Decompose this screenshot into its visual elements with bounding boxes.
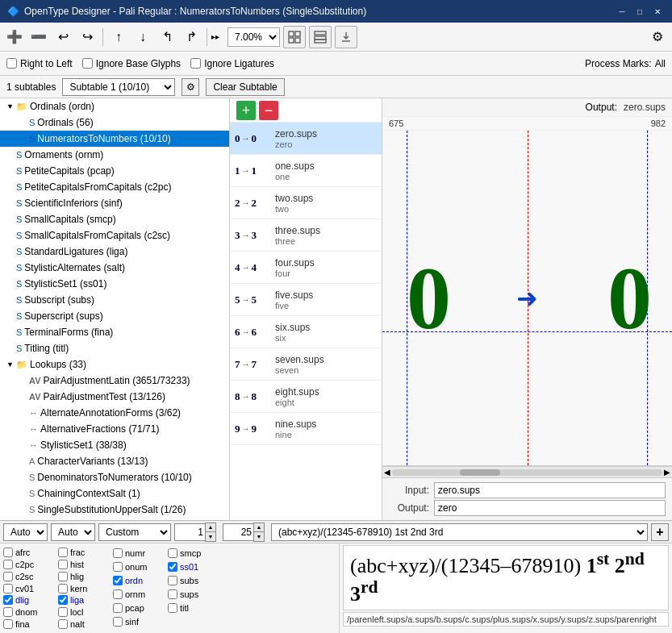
remove-button[interactable]: ➖ bbox=[27, 26, 50, 48]
glyph-row[interactable]: 1 → 1 one.sups one bbox=[230, 155, 382, 187]
scroll-thumb[interactable] bbox=[460, 469, 500, 476]
clear-subtable-button[interactable]: Clear Subtable bbox=[206, 78, 284, 96]
feature-checkbox-hlig[interactable] bbox=[58, 572, 68, 581]
right-to-left-checkbox[interactable]: Right to Left bbox=[6, 58, 73, 69]
feature-checkbox-pcap[interactable] bbox=[113, 603, 123, 613]
feature-checkbox-sups[interactable] bbox=[168, 589, 177, 599]
ignore-base-glyphs-checkbox[interactable]: Ignore Base Glyphs bbox=[82, 58, 181, 69]
feature-item-titl[interactable]: titl bbox=[168, 602, 216, 614]
spin-down-1[interactable]: ▼ bbox=[206, 532, 215, 541]
feature-item-cv01[interactable]: cv01 bbox=[3, 583, 52, 594]
glyph-row[interactable]: 7 → 7 seven.sups seven bbox=[230, 348, 382, 381]
ignore-base-glyphs-input[interactable] bbox=[82, 58, 93, 69]
feature-checkbox-kern[interactable] bbox=[58, 584, 68, 593]
feature-checkbox-numr[interactable] bbox=[113, 548, 123, 558]
tree-item[interactable]: SOrdinals (56) bbox=[0, 115, 229, 131]
feature-item-frac[interactable]: frac bbox=[58, 547, 106, 558]
feature-checkbox-titl[interactable] bbox=[168, 603, 177, 613]
tree-item[interactable]: SPetiteCapitalsFromCapitals (c2pc) bbox=[0, 179, 229, 195]
more-button[interactable]: ▸▸ bbox=[211, 32, 219, 41]
bottom-select-1[interactable]: Auto bbox=[3, 523, 48, 541]
tree-item[interactable]: ↔AlternativeFractions (71/71) bbox=[0, 421, 229, 437]
close-button[interactable]: ✕ bbox=[649, 3, 666, 19]
tree-item[interactable]: ▼📁Ordinals (ordn) bbox=[0, 98, 229, 115]
tree-item[interactable]: SDenominatorsToNumerators (10/10) bbox=[0, 469, 229, 485]
tree-item[interactable]: ↔StylisticSet1 (38/38) bbox=[0, 437, 229, 453]
bottom-select-3[interactable]: Custom bbox=[98, 523, 171, 541]
tree-item[interactable]: ↔AlternateAnnotationForms (3/62) bbox=[0, 405, 229, 421]
feature-checkbox-nalt[interactable] bbox=[58, 619, 68, 629]
feature-item-sinf[interactable]: sinf bbox=[113, 615, 161, 628]
tree-item[interactable]: STerminalForms (fina) bbox=[0, 324, 229, 340]
feature-item-hist[interactable]: hist bbox=[58, 559, 106, 570]
feature-item-smcp[interactable]: smcp bbox=[168, 547, 216, 560]
feature-checkbox-dlig[interactable] bbox=[3, 595, 13, 605]
preview-scrollbar[interactable]: ◀ ▶ bbox=[382, 466, 672, 477]
feature-item-onum[interactable]: onum bbox=[113, 560, 161, 573]
move-down-button[interactable]: ↓ bbox=[131, 26, 154, 48]
feature-item-nalt[interactable]: nalt bbox=[58, 618, 106, 630]
add-glyph-button[interactable]: + bbox=[236, 101, 256, 120]
zoom-select[interactable]: 7.00% bbox=[227, 27, 280, 47]
feature-checkbox-subs[interactable] bbox=[168, 576, 177, 585]
feature-item-ordn[interactable]: ordn bbox=[113, 574, 161, 587]
features-combo[interactable]: (abc+xyz)/(12345-678910) 1st 2nd 3rd bbox=[271, 523, 648, 541]
glyph-row[interactable]: 0 → 0 zero.sups zero bbox=[230, 123, 382, 155]
move-up-button[interactable]: ↑ bbox=[107, 26, 130, 48]
feature-item-liga[interactable]: liga bbox=[58, 594, 106, 606]
remove-glyph-button[interactable]: − bbox=[259, 101, 278, 120]
grid-button[interactable] bbox=[283, 26, 306, 48]
minimize-button[interactable]: ─ bbox=[614, 3, 630, 19]
feature-item-kern[interactable]: kern bbox=[58, 583, 106, 594]
feature-checkbox-afrc[interactable] bbox=[3, 548, 13, 557]
feature-checkbox-dnom[interactable] bbox=[3, 607, 13, 617]
sort2-button[interactable]: ↱ bbox=[180, 26, 202, 48]
num-input-1[interactable] bbox=[174, 523, 205, 541]
redo-button[interactable]: ↪ bbox=[76, 26, 98, 48]
feature-checkbox-c2sc[interactable] bbox=[3, 572, 13, 581]
glyph-row[interactable]: 2 → 2 two.sups two bbox=[230, 187, 382, 219]
tree-item[interactable]: SStylisticSet1 (ss01) bbox=[0, 276, 229, 292]
tree-item[interactable]: SSmallCapitalsFromCapitals (c2sc) bbox=[0, 227, 229, 244]
tree-item[interactable]: SNumbersToDenominators (42/44) bbox=[0, 518, 229, 520]
glyph-row[interactable]: 3 → 3 three.sups three bbox=[230, 219, 382, 252]
glyph-row[interactable]: 6 → 6 six.sups six bbox=[230, 316, 382, 348]
feature-checkbox-frac[interactable] bbox=[58, 548, 68, 557]
spin-down-2[interactable]: ▼ bbox=[254, 532, 264, 541]
feature-checkbox-ordn[interactable] bbox=[113, 576, 123, 585]
tree-item[interactable]: SStandardLigatures (liga) bbox=[0, 244, 229, 260]
feature-item-subs[interactable]: subs bbox=[168, 574, 216, 587]
feature-item-c2sc[interactable]: c2sc bbox=[3, 571, 52, 582]
right-to-left-input[interactable] bbox=[6, 58, 17, 69]
maximize-button[interactable]: □ bbox=[632, 3, 648, 19]
glyph-row[interactable]: 8 → 8 eight.sups eight bbox=[230, 381, 382, 413]
tree-item[interactable]: AVPairAdjustmentLatin (3651/73233) bbox=[0, 373, 229, 389]
tree-item[interactable]: STitling (titl) bbox=[0, 340, 229, 356]
undo-button[interactable]: ↩ bbox=[52, 26, 74, 48]
tree-item[interactable]: SNumeratorsToNumbers (10/10) bbox=[0, 131, 229, 147]
tree-item[interactable]: SScientificInferiors (sinf) bbox=[0, 195, 229, 211]
feature-item-sups[interactable]: sups bbox=[168, 588, 216, 601]
feature-item-hlig[interactable]: hlig bbox=[58, 571, 106, 582]
feature-item-locl[interactable]: locl bbox=[58, 606, 106, 618]
feature-checkbox-liga[interactable] bbox=[58, 595, 68, 605]
feature-item-dnom[interactable]: dnom bbox=[3, 606, 52, 618]
feature-checkbox-fina[interactable] bbox=[3, 619, 13, 629]
tree-item[interactable]: AVPairAdjustmentTest (13/126) bbox=[0, 389, 229, 405]
subtable-select[interactable]: Subtable 1 (10/10) bbox=[62, 78, 175, 96]
tree-item[interactable]: SOrnaments (ornm) bbox=[0, 147, 229, 163]
tree-item[interactable]: ▼📁Lookups (33) bbox=[0, 356, 229, 373]
feature-checkbox-smcp[interactable] bbox=[168, 548, 177, 558]
tree-item[interactable]: SPetiteCapitals (pcap) bbox=[0, 163, 229, 179]
scroll-right-arrow[interactable]: ▶ bbox=[664, 468, 670, 477]
glyph-row[interactable]: 4 → 4 four.sups four bbox=[230, 252, 382, 284]
feature-checkbox-cv01[interactable] bbox=[3, 584, 13, 593]
feature-item-afrc[interactable]: afrc bbox=[3, 547, 52, 558]
feature-checkbox-onum[interactable] bbox=[113, 562, 123, 572]
feature-item-fina[interactable]: fina bbox=[3, 618, 52, 630]
scroll-left-arrow[interactable]: ◀ bbox=[384, 468, 390, 477]
tree-item[interactable]: SChainingContextSalt (1) bbox=[0, 485, 229, 502]
export-icon-button[interactable] bbox=[335, 26, 357, 48]
feature-checkbox-locl[interactable] bbox=[58, 607, 68, 617]
tree-item[interactable]: SStylisticAlternates (salt) bbox=[0, 260, 229, 276]
